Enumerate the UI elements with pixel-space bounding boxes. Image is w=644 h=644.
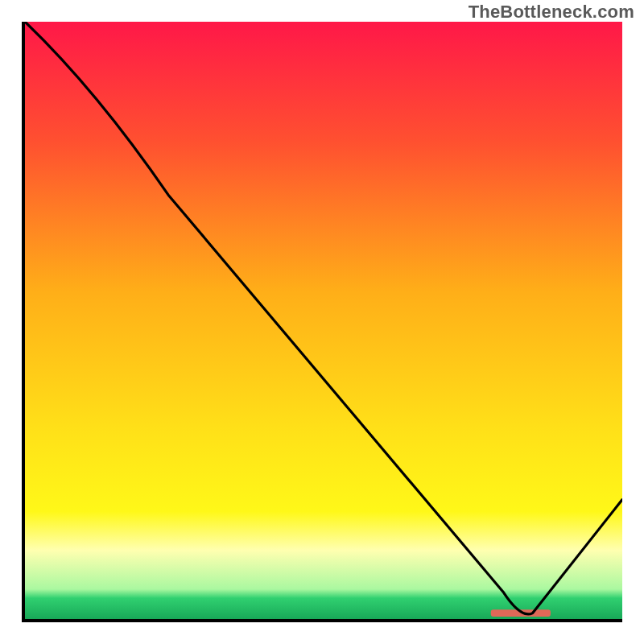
plot-area bbox=[22, 22, 622, 622]
bottleneck-curve bbox=[25, 22, 622, 614]
chart-container: TheBottleneck.com bbox=[0, 0, 644, 644]
curve-layer bbox=[25, 22, 622, 619]
watermark-text: TheBottleneck.com bbox=[469, 2, 634, 23]
